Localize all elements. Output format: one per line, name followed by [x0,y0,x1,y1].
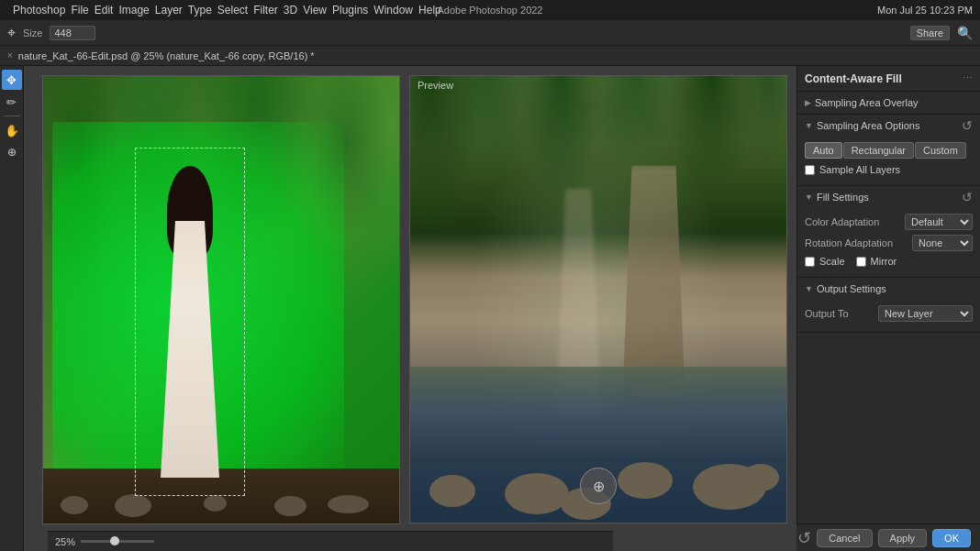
tool-icon-lasso: ⌖ [7,25,16,41]
fill-reset-button[interactable]: ↺ [962,190,973,204]
preview-label: Preview [418,80,453,91]
output-to-select[interactable]: Current Layer New Layer Duplicate Layer [878,305,973,322]
menu-layer[interactable]: Layer [155,4,183,17]
menu-window[interactable]: Window [373,4,413,17]
source-canvas [42,75,400,524]
cancel-button[interactable]: Cancel [817,529,872,547]
tool-move[interactable]: ✥ [2,70,22,90]
rotation-adaptation-row: Rotation Adaptation None Low Medium High… [805,235,973,251]
preview-image: ⊕ [410,76,786,523]
section-output-settings-header[interactable]: ▼ Output Settings [797,278,980,300]
sampling-auto-button[interactable]: Auto [805,142,842,159]
menu-file[interactable]: File [71,4,88,17]
scale-checkbox[interactable] [805,257,815,267]
menu-bar-time: Mon Jul 25 10:23 PM [877,5,973,16]
rock-4 [274,496,306,516]
section-fill-settings: ▼ Fill Settings ↺ Color Adaptation None … [797,186,980,278]
sampling-btn-group: Auto Rectangular Custom [805,142,973,159]
menu-view[interactable]: View [303,4,327,17]
bottom-reset-button[interactable]: ↺ [797,528,811,548]
source-background [43,76,399,523]
rock-3 [204,495,227,512]
menu-bar-right: Mon Jul 25 10:23 PM [877,5,973,16]
menu-image[interactable]: Image [118,4,149,17]
menu-plugins[interactable]: Plugins [332,4,368,17]
tool-hand[interactable]: ✋ [2,120,22,140]
chevron-down-icon: ▼ [805,121,813,130]
app-menu-group: Photoshop File Edit Image Layer Type Sel… [7,4,441,17]
sample-all-layers-row: Sample All Layers [805,164,973,175]
menu-bar: Photoshop File Edit Image Layer Type Sel… [0,0,980,20]
size-label: Size [23,28,42,39]
zoom-slider[interactable] [81,540,154,543]
sampling-rectangular-button[interactable]: Rectangular [843,142,914,159]
left-toolbar: ✥ ✏ ✋ ⊕ [0,66,24,551]
options-bar: ⌖ Size Share 🔍 [0,20,980,46]
preview-rock-3 [618,462,673,499]
file-tab-close[interactable]: × [7,50,13,61]
main-layout: ✥ ✏ ✋ ⊕ [0,66,980,551]
section-sampling-overlay: ▶ Sampling Area Overlay [797,92,980,115]
sampling-custom-button[interactable]: Custom [915,142,966,159]
scale-mirror-row: Scale Mirror [805,256,973,271]
rock-5 [328,495,369,513]
menu-3d[interactable]: 3D [284,4,297,17]
panel-title: Content-Aware Fill [805,72,902,85]
mirror-checkbox[interactable] [856,257,866,267]
menu-photoshop[interactable]: Photoshop [13,4,65,17]
section-fill-settings-header[interactable]: ▼ Fill Settings ↺ [797,186,980,208]
menu-filter[interactable]: Filter [253,4,278,17]
zoom-pan-button[interactable]: ⊕ [580,468,617,504]
scale-row: Scale [805,256,845,267]
section-sampling-overlay-header[interactable]: ▶ Sampling Area Overlay [797,92,980,114]
preview-rock-1 [429,475,475,507]
menu-edit[interactable]: Edit [95,4,114,17]
section-sampling-options-header[interactable]: ▼ Sampling Area Options ↺ [797,115,980,137]
mirror-label: Mirror [871,256,897,267]
output-to-row: Output To Current Layer New Layer Duplic… [805,305,973,322]
section-output-settings-label: Output Settings [817,283,886,294]
menu-select[interactable]: Select [217,4,248,17]
app-title: Adobe Photoshop 2022 [438,5,543,16]
chevron-down-fill-icon: ▼ [805,193,813,202]
canvas-area: Preview [24,66,796,551]
woman-dress [153,221,227,478]
output-to-label: Output To [805,308,849,319]
tool-zoom[interactable]: ⊕ [2,142,22,162]
preview-panel: Preview [409,75,787,523]
sample-all-layers-checkbox[interactable] [805,165,815,175]
section-sampling-options: ▼ Sampling Area Options ↺ Auto Rectangul… [797,115,980,186]
apply-button[interactable]: Apply [878,529,928,547]
right-panel: Content-Aware Fill ⋯ ▶ Sampling Area Ove… [796,66,980,551]
file-tab: × nature_Kat_-66-Edit.psd @ 25% (nature_… [0,46,980,66]
search-icon[interactable]: 🔍 [957,26,973,40]
canvas-wrapper: Preview [42,75,787,523]
bottom-action-bar: ↺ Cancel Apply OK [796,523,980,551]
size-input[interactable] [50,26,95,40]
scale-label: Scale [819,256,845,267]
sample-all-layers-label: Sample All Layers [819,164,900,175]
file-tab-name[interactable]: nature_Kat_-66-Edit.psd @ 25% (nature_Ka… [18,50,315,61]
preview-zoom-level: 25% [55,536,75,547]
menu-type[interactable]: Type [188,4,212,17]
preview-rock-5 [742,464,779,491]
sampling-reset-button[interactable]: ↺ [962,118,973,133]
chevron-right-icon: ▶ [805,98,811,107]
share-button[interactable]: Share [910,26,950,40]
panel-menu-button[interactable]: ⋯ [963,72,973,84]
rotation-adaptation-label: Rotation Adaptation [805,237,893,248]
section-output-settings: ▼ Output Settings Output To Current Laye… [797,278,980,333]
color-adaptation-label: Color Adaptation [805,216,879,227]
tool-brush[interactable]: ✏ [2,92,22,112]
section-fill-settings-body: Color Adaptation None Default High Very … [797,208,980,277]
rock-2 [115,494,151,517]
zoom-slider-thumb[interactable] [110,536,119,545]
ok-button[interactable]: OK [932,529,971,547]
rotation-adaptation-select[interactable]: None Low Medium High Full [912,235,973,251]
woman-body [153,166,227,496]
section-fill-settings-label: Fill Settings [817,192,869,203]
preview-rock-2 [505,473,569,514]
color-adaptation-select[interactable]: None Default High Very High [905,214,973,230]
section-sampling-options-label: Sampling Area Options [817,120,920,131]
woman-figure [135,148,245,496]
